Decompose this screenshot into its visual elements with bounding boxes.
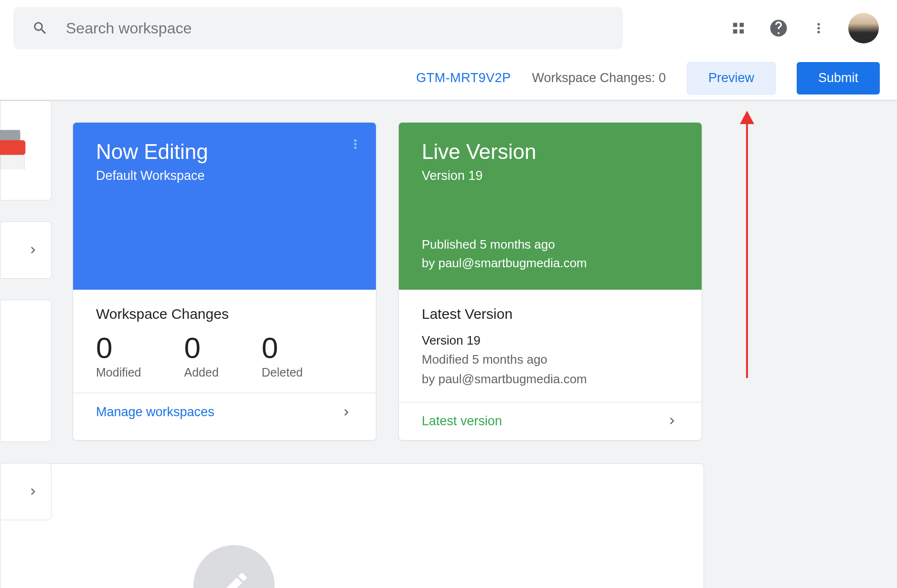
live-version-card: Live Version Version 19 Published 5 mont… xyxy=(398,122,702,441)
header-actions xyxy=(728,13,879,43)
apps-icon[interactable] xyxy=(728,18,749,39)
manage-workspaces-link[interactable]: Manage workspaces xyxy=(73,393,376,431)
chevron-right-icon xyxy=(26,485,40,498)
svg-rect-3 xyxy=(740,30,744,34)
now-editing-subtitle: Default Workspace xyxy=(96,168,353,183)
svg-point-7 xyxy=(817,31,820,33)
sub-header: GTM-MRT9V2P Workspace Changes: 0 Preview… xyxy=(0,56,897,100)
search-box[interactable] xyxy=(13,7,623,49)
sidebar-fragments xyxy=(0,100,52,520)
workspace-changes-heading: Workspace Changes xyxy=(96,306,353,322)
sidebar-card-a[interactable] xyxy=(0,100,52,200)
latest-version-by: by paul@smartbugmedia.com xyxy=(422,369,679,388)
live-version-body: Latest Version Version 19 Modified 5 mon… xyxy=(399,290,702,402)
metric-added-label: Added xyxy=(184,366,219,379)
live-version-publish-info: Published 5 months ago by paul@smartbugm… xyxy=(422,235,587,273)
now-editing-body: Workspace Changes 0 Modified 0 Added 0 D… xyxy=(73,290,376,393)
live-version-title: Live Version xyxy=(422,140,679,164)
search-icon xyxy=(30,18,51,39)
svg-point-6 xyxy=(817,27,820,29)
workspace-changes-label: Workspace Changes: 0 xyxy=(532,71,666,85)
preview-button[interactable]: Preview xyxy=(687,62,776,94)
svg-rect-2 xyxy=(733,30,737,34)
published-when: Published 5 months ago xyxy=(422,235,587,254)
sidebar-card-c[interactable] xyxy=(0,300,52,442)
metric-deleted: 0 Deleted xyxy=(262,331,303,379)
latest-version-modified: Modified 5 months ago xyxy=(422,350,679,369)
svg-point-12 xyxy=(354,139,356,142)
chevron-right-icon xyxy=(665,414,679,428)
metric-modified-value: 0 xyxy=(96,331,141,365)
svg-rect-0 xyxy=(733,23,737,27)
svg-point-5 xyxy=(817,23,820,25)
sidebar-card-d[interactable] xyxy=(0,463,52,520)
live-version-head: Live Version Version 19 Published 5 mont… xyxy=(399,123,702,290)
metric-deleted-value: 0 xyxy=(262,331,303,365)
now-editing-title: Now Editing xyxy=(96,140,353,164)
latest-version-label: Latest version xyxy=(422,414,502,429)
top-header xyxy=(0,0,897,56)
latest-version-link[interactable]: Latest version xyxy=(399,402,702,440)
chevron-right-icon xyxy=(26,243,40,257)
latest-version-number: Version 19 xyxy=(422,331,679,350)
now-editing-menu-icon[interactable] xyxy=(349,138,362,150)
chevron-right-icon xyxy=(340,406,353,419)
metric-added-value: 0 xyxy=(184,331,219,365)
metric-added: 0 Added xyxy=(184,331,219,379)
workspace-overview: Now Editing Default Workspace Workspace … xyxy=(0,100,897,588)
metric-deleted-label: Deleted xyxy=(262,366,303,379)
manage-workspaces-label: Manage workspaces xyxy=(96,405,214,420)
more-icon[interactable] xyxy=(808,18,829,39)
metric-modified-label: Modified xyxy=(96,366,141,379)
now-editing-head: Now Editing Default Workspace xyxy=(73,123,376,290)
help-icon[interactable] xyxy=(768,18,789,39)
now-editing-card: Now Editing Default Workspace Workspace … xyxy=(73,122,376,441)
search-input[interactable] xyxy=(65,19,607,38)
edit-description-button[interactable] xyxy=(193,545,275,588)
svg-point-13 xyxy=(354,143,356,145)
live-version-subtitle: Version 19 xyxy=(422,168,679,183)
svg-rect-10 xyxy=(0,140,25,155)
submit-button[interactable]: Submit xyxy=(797,62,880,94)
description-card xyxy=(0,463,704,588)
pencil-icon xyxy=(217,569,251,588)
gtm-logo-icon xyxy=(0,126,35,169)
svg-point-14 xyxy=(354,147,356,149)
sidebar-card-b[interactable] xyxy=(0,221,52,279)
account-avatar[interactable] xyxy=(848,13,879,43)
published-by: by paul@smartbugmedia.com xyxy=(422,254,587,273)
container-id-link[interactable]: GTM-MRT9V2P xyxy=(416,71,511,85)
latest-version-heading: Latest Version xyxy=(422,306,679,322)
metric-modified: 0 Modified xyxy=(96,331,141,379)
svg-rect-1 xyxy=(740,23,744,27)
